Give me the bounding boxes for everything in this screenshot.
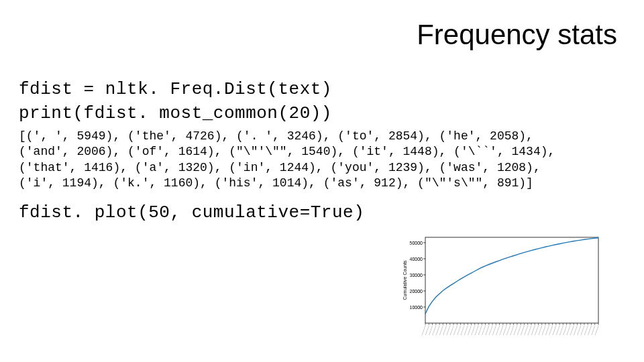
cumulative-frequency-chart: 10000 20000 30000 40000 50000 Cumulative… [400,233,608,350]
chart-frame [425,237,598,323]
output-block: [(', ', 5949), ('the', 4726), ('. ', 324… [19,129,631,192]
code-line-3: fdist. plot(50, cumulative=True) [19,202,364,223]
svg-line-87 [564,326,567,335]
svg-line-97 [581,326,584,335]
ytick-30000: 30000 [410,273,423,278]
svg-line-7 [422,326,425,335]
svg-line-65 [525,326,528,335]
svg-line-29 [461,326,464,335]
svg-line-43 [486,326,489,335]
svg-line-77 [545,326,549,335]
svg-line-83 [556,326,559,335]
svg-line-101 [588,326,591,335]
code-line-2: print(fdist. most_common(20)) [19,103,332,123]
svg-line-47 [492,326,496,335]
svg-line-31 [464,326,468,335]
svg-line-85 [559,326,563,335]
svg-line-105 [595,326,598,335]
svg-line-33 [468,326,471,335]
svg-line-81 [553,326,556,335]
svg-line-41 [482,326,486,335]
svg-line-55 [506,326,510,335]
svg-line-73 [539,326,542,335]
code-line-1: fdist = nltk. Freq.Dist(text) [19,79,332,99]
svg-line-99 [584,326,588,335]
svg-line-71 [535,326,538,335]
svg-line-93 [574,326,577,335]
svg-line-59 [514,326,517,335]
cumulative-line [425,238,598,314]
svg-line-19 [443,326,447,335]
svg-line-21 [447,326,450,335]
svg-line-9 [425,326,429,335]
slide: Frequency stats fdist = nltk. Freq.Dist(… [0,0,644,362]
svg-line-35 [472,326,475,335]
svg-line-69 [531,326,535,335]
svg-line-49 [496,326,500,335]
ytick-40000: 40000 [410,257,423,261]
x-ticks [422,323,598,335]
svg-line-45 [489,326,492,335]
svg-line-103 [592,326,595,335]
svg-line-51 [500,326,503,335]
svg-line-11 [429,326,433,335]
svg-line-23 [450,326,453,335]
svg-line-25 [453,326,457,335]
svg-line-17 [439,326,443,335]
svg-line-53 [503,326,506,335]
svg-line-61 [517,326,521,335]
svg-line-67 [528,326,531,335]
y-axis-label: Cumulative Counts [402,260,407,300]
svg-line-75 [542,326,545,335]
svg-line-13 [433,326,436,335]
svg-line-57 [511,326,514,335]
svg-line-79 [549,326,553,335]
ytick-20000: 20000 [410,289,423,294]
chart-svg: 10000 20000 30000 40000 50000 Cumulative… [400,233,608,350]
svg-line-39 [478,326,482,335]
svg-line-15 [436,326,439,335]
ytick-50000: 50000 [410,241,423,245]
svg-line-91 [570,326,574,335]
svg-line-27 [458,326,461,335]
svg-line-37 [475,326,478,335]
svg-line-89 [567,326,570,335]
ytick-10000: 10000 [410,305,423,310]
svg-line-63 [521,326,524,335]
svg-line-95 [578,326,581,335]
page-title: Frequency stats [417,19,617,51]
